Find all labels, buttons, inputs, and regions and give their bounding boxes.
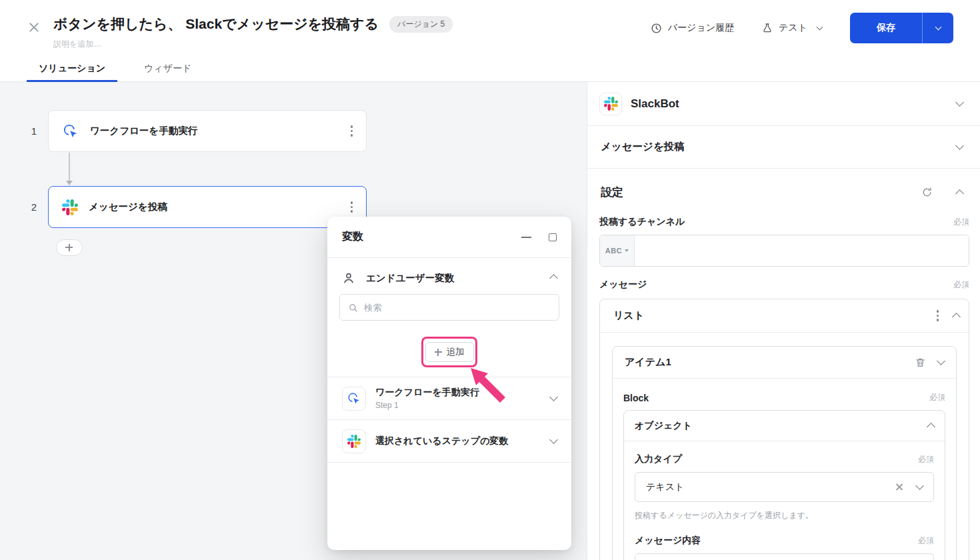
item-header[interactable]: アイテム1 [613, 347, 956, 379]
chevron-up-icon[interactable] [927, 423, 935, 431]
required-badge: 必須 [953, 279, 969, 291]
tab-wizard[interactable]: ウィザード [132, 57, 203, 82]
chevron-down-icon[interactable] [915, 481, 924, 490]
variable-source-list: ワークフローを手動実行 Step 1 [327, 377, 571, 463]
version-history-button[interactable]: バージョン履歴 [651, 22, 734, 34]
chevron-down-icon[interactable] [955, 141, 964, 150]
app-name: SlackBot [631, 97, 948, 111]
triangle-down-icon [625, 249, 629, 252]
add-variable-zone: 追加 [327, 321, 571, 377]
app-window: ボタンを押したら、 Slackでメッセージを投稿する バージョン 5 説明を追加… [0, 0, 980, 560]
variable-search-box [339, 294, 559, 321]
page-title[interactable]: ボタンを押したら、 Slackでメッセージを投稿する [53, 15, 379, 33]
input-type-value: テキスト [646, 481, 881, 493]
object-body: 入力タイプ 必須 テキスト 投稿するメッセージの入力タイプを選択します。 [624, 453, 945, 560]
search-icon [348, 303, 358, 313]
manual-trigger-icon [347, 391, 361, 406]
required-badge: 必須 [918, 454, 934, 465]
tab-solution[interactable]: ソリューション [27, 57, 117, 82]
row-title: ワークフローを手動実行 [375, 387, 541, 399]
workflow-variables-row[interactable]: ワークフローを手動実行 Step 1 [327, 377, 571, 420]
object-box: オブジェクト 入力タイプ 必須 テキスト [623, 410, 945, 560]
message-label: メッセージ [599, 279, 647, 291]
version-badge: バージョン 5 [389, 16, 453, 33]
input-type-help-text: 投稿するメッセージの入力タイプを選択します。 [635, 510, 934, 521]
tab-bar: ソリューション ウィザード [0, 57, 980, 82]
end-user-variables-section[interactable]: エンドユーザー変数 [327, 258, 571, 293]
step-connector-arrow [69, 153, 70, 181]
object-title: オブジェクト [635, 420, 928, 432]
refresh-icon[interactable] [921, 187, 933, 198]
step-card-post-message[interactable]: メッセージを投稿 [48, 186, 367, 228]
step-menu-kebab-icon[interactable] [347, 121, 357, 141]
add-step-button[interactable] [56, 239, 83, 256]
block-label: Block [623, 393, 649, 403]
search-input[interactable] [364, 303, 551, 313]
message-field: メッセージ 必須 [587, 279, 980, 291]
version-history-label: バージョン履歴 [668, 22, 734, 34]
list-header[interactable]: リスト [600, 299, 969, 333]
close-icon[interactable] [28, 21, 40, 33]
step-menu-kebab-icon[interactable] [347, 197, 357, 217]
title-block: ボタンを押したら、 Slackでメッセージを投稿する バージョン 5 説明を追加… [53, 15, 453, 50]
object-header[interactable]: オブジェクト [624, 411, 945, 441]
icon-box [342, 387, 366, 411]
minimize-icon[interactable] [521, 237, 531, 238]
required-badge: 必須 [918, 535, 934, 547]
app-header-row[interactable]: SlackBot [587, 82, 980, 126]
save-dropdown-button[interactable] [923, 13, 953, 43]
settings-title: 設定 [601, 185, 921, 200]
chevron-up-icon[interactable] [955, 189, 964, 198]
settings-section-header: 設定 [587, 169, 980, 204]
plus-icon [435, 349, 442, 356]
item-body: Block 必須 オブジェクト 入力タイプ 必須 [613, 379, 956, 560]
chevron-down-icon[interactable] [549, 393, 558, 401]
channel-input-group: ABC [599, 235, 969, 267]
modal-title: 変数 [342, 230, 521, 244]
row-title: 選択されているステップの変数 [375, 435, 541, 447]
slack-icon [604, 97, 618, 111]
icon-box [342, 429, 366, 453]
abc-label: ABC [605, 247, 622, 255]
workflow-canvas: 1 ワークフローを手動実行 2 メッセージを投稿 [0, 82, 587, 560]
chevron-down-icon[interactable] [549, 435, 558, 444]
message-content-label: メッセージ内容 [635, 535, 701, 547]
trash-icon[interactable] [915, 357, 926, 368]
manual-trigger-icon [62, 123, 79, 140]
action-header-row[interactable]: メッセージを投稿 [587, 126, 980, 169]
step-number: 2 [28, 201, 40, 213]
header: ボタンを押したら、 Slackでメッセージを投稿する バージョン 5 説明を追加… [0, 0, 980, 57]
list-menu-kebab-icon[interactable] [933, 306, 943, 325]
step-card-manual-trigger[interactable]: ワークフローを手動実行 [48, 110, 367, 152]
input-type-select[interactable]: テキスト [635, 472, 934, 502]
maximize-icon[interactable] [549, 233, 557, 241]
selected-step-variables-row[interactable]: 選択されているステップの変数 [327, 420, 571, 463]
required-badge: 必須 [953, 217, 969, 228]
modal-header: 変数 [327, 217, 571, 258]
channel-input[interactable] [635, 235, 969, 266]
step-title: ワークフローを手動実行 [90, 125, 347, 137]
item-title: アイテム1 [625, 356, 915, 369]
variables-modal: 変数 エンドユーザー変数 追加 [327, 217, 571, 550]
description-placeholder[interactable]: 説明を追加… [53, 39, 453, 50]
chevron-down-icon[interactable] [937, 357, 945, 365]
list-body: アイテム1 Block 必須 [600, 333, 969, 560]
plus-icon [65, 244, 73, 252]
channel-field: 投稿するチャンネル 必須 ABC [587, 216, 980, 267]
clear-icon[interactable] [895, 483, 903, 491]
test-button[interactable]: テスト [762, 22, 822, 34]
slack-icon [347, 435, 361, 448]
chevron-up-icon[interactable] [549, 274, 558, 283]
save-button[interactable]: 保存 [850, 13, 923, 43]
clock-icon [651, 23, 662, 34]
input-type-prefix-button[interactable]: ABC [600, 235, 635, 266]
add-variable-button[interactable]: 追加 [425, 342, 474, 362]
message-list-box: リスト アイテム1 [599, 299, 969, 560]
message-content-input[interactable] [635, 553, 934, 560]
flask-icon [762, 23, 773, 33]
test-label: テスト [779, 22, 807, 34]
chevron-up-icon[interactable] [952, 313, 961, 321]
channel-label: 投稿するチャンネル [599, 216, 685, 228]
chevron-down-icon[interactable] [955, 98, 964, 107]
action-title: メッセージを投稿 [599, 140, 957, 154]
